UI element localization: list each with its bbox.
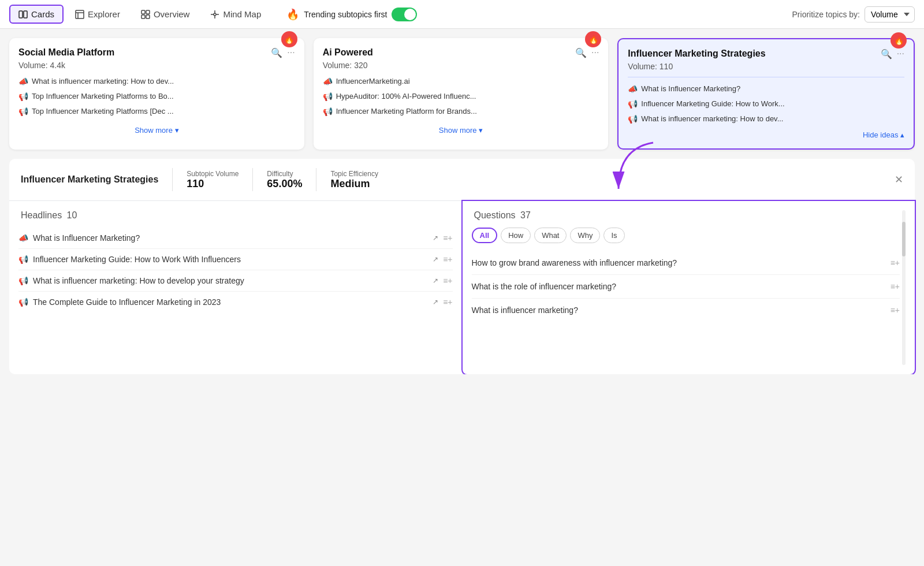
card1-title: Social Media Platform [18, 47, 266, 58]
filter-how[interactable]: How [501, 228, 531, 243]
overview-icon [141, 10, 150, 19]
headline-item-3: 📢 The Complete Guide to Influencer Marke… [18, 292, 453, 312]
svg-rect-0 [19, 11, 23, 18]
question-action-2[interactable]: ≡+ [891, 306, 900, 315]
detail-stat-volume: Subtopic Volume 110 [187, 170, 239, 190]
tab-overview[interactable]: Overview [132, 5, 199, 24]
detail-separator [172, 168, 173, 191]
detail-stat-efficiency: Topic Efficiency Medium [330, 170, 378, 190]
card1-item-2: 📢 Top Influencer Marketing Platforms [De… [18, 107, 295, 116]
detail-stat-difficulty: Difficulty 65.00% [267, 170, 302, 190]
card2-item-0: 📣 InfluencerMarketing.ai [323, 77, 599, 86]
filter-is[interactable]: Is [603, 228, 624, 243]
filter-what[interactable]: What [534, 228, 567, 243]
toggle-knob [404, 9, 416, 20]
ext-link-2[interactable]: ↗ [433, 277, 438, 285]
headline-item-0: 📣 What is Influencer Marketing? ↗ ≡+ [18, 228, 453, 249]
svg-rect-5 [141, 10, 145, 14]
megaphone-icon-h2: 📢 [18, 276, 28, 285]
trending-toggle[interactable] [392, 8, 417, 21]
fire-badge-2: 🔥 [585, 31, 601, 47]
prioritize-label: Prioritize topics by: [792, 10, 860, 19]
headline-action-2[interactable]: ≡+ [443, 276, 452, 285]
questions-panel: Questions 37 All How What Why Is How to … [461, 200, 916, 374]
ext-link-1[interactable]: ↗ [433, 255, 438, 263]
scrollbar-thumb [902, 222, 906, 256]
prioritize-section: Prioritize topics by: Volume [792, 6, 915, 23]
detail-panel: Influencer Marketing Strategies Subtopic… [9, 159, 915, 201]
tab-mindmap[interactable]: Mind Map [201, 5, 270, 24]
card3-items: 📣 What is Influencer Marketing? 📢 Influe… [628, 84, 904, 124]
scrollbar-track[interactable] [902, 210, 906, 365]
card1-header: Social Media Platform 🔍 ··· [18, 47, 295, 58]
headlines-panel: Headlines 10 📣 What is Influencer Market… [9, 201, 463, 374]
ext-link-0[interactable]: ↗ [433, 234, 438, 242]
svg-rect-8 [146, 15, 150, 18]
card1-actions[interactable]: 🔍 ··· [271, 47, 295, 58]
svg-rect-2 [76, 10, 84, 18]
megaphone-blue-icon-5: 📢 [323, 107, 333, 116]
questions-title: Questions 37 [472, 210, 900, 221]
card2-item-1: 📢 HypeAuditor: 100% AI-Powered Influenc.… [323, 92, 599, 101]
card3-header: Influencer Marketing Strategies 🔍 ··· [628, 49, 904, 59]
trending-label: Trending subtopics first [304, 10, 387, 19]
megaphone-green-icon-3: 📣 [323, 77, 333, 86]
question-item-1: What is the role of influencer marketing… [472, 275, 900, 299]
search-icon[interactable]: 🔍 [271, 47, 282, 58]
prioritize-select[interactable]: Volume [865, 6, 915, 23]
tab-cards[interactable]: Cards [9, 5, 64, 24]
headline-action-1[interactable]: ≡+ [443, 255, 452, 264]
card3-footer: Hide ideas ▴ [628, 131, 904, 139]
fire-badge-1: 🔥 [281, 31, 297, 47]
megaphone-blue-icon-2: 📢 [18, 107, 28, 116]
headline-action-3[interactable]: ≡+ [443, 297, 452, 307]
detail-close-btn[interactable]: ✕ [895, 173, 903, 186]
card2-footer: Show more ▾ [323, 125, 599, 135]
filter-tabs: All How What Why Is [472, 228, 900, 243]
filter-all[interactable]: All [472, 228, 498, 243]
more-icon-2[interactable]: ··· [591, 47, 599, 58]
card3-actions[interactable]: 🔍 ··· [881, 49, 904, 59]
trending-section: 🔥 Trending subtopics first [286, 8, 417, 21]
ext-link-3[interactable]: ↗ [433, 298, 438, 306]
card3-item-2: 📢 What is influencer marketing: How to d… [628, 114, 904, 124]
filter-why[interactable]: Why [570, 228, 600, 243]
card1-footer: Show more ▾ [18, 125, 295, 135]
trending-fire-icon: 🔥 [286, 8, 299, 21]
card1-item-0: 📣 What is influencer marketing: How to d… [18, 77, 295, 86]
show-more-btn-1[interactable]: Show more ▾ [135, 126, 178, 135]
show-more-btn-2[interactable]: Show more ▾ [439, 126, 483, 135]
card-ai-powered: 🔥 Ai Powered 🔍 ··· Volume: 320 📣 Influen… [314, 38, 609, 150]
search-icon-3[interactable]: 🔍 [881, 49, 892, 59]
more-icon-3[interactable]: ··· [897, 49, 904, 59]
headline-item-1: 📢 Influencer Marketing Guide: How to Wor… [18, 249, 453, 270]
megaphone-green-icon: 📣 [18, 77, 28, 86]
cards-icon [18, 10, 28, 19]
megaphone-blue-icon-8: 📢 [628, 114, 638, 124]
question-action-0[interactable]: ≡+ [891, 258, 900, 267]
fire-badge-3: 🔥 [891, 32, 907, 49]
question-action-1[interactable]: ≡+ [891, 282, 900, 291]
megaphone-icon-h0: 📣 [18, 233, 28, 243]
tab-explorer[interactable]: Explorer [66, 5, 129, 24]
svg-rect-6 [146, 10, 150, 14]
svg-rect-7 [141, 15, 145, 18]
top-nav: Cards Explorer Overview Mind Map 🔥 Trend… [0, 0, 924, 29]
card3-item-1: 📢 Influencer Marketing Guide: How to Wor… [628, 99, 904, 109]
cards-area: 🔥 Social Media Platform 🔍 ··· Volume: 4.… [0, 29, 924, 159]
card1-item-1: 📢 Top Influencer Marketing Platforms to … [18, 92, 295, 101]
headline-action-0[interactable]: ≡+ [443, 233, 452, 243]
card2-actions[interactable]: 🔍 ··· [575, 47, 599, 58]
card2-title: Ai Powered [323, 47, 571, 58]
megaphone-icon-h3: 📢 [18, 297, 28, 307]
question-item-0: How to grow brand awareness with influen… [472, 251, 900, 275]
card2-items: 📣 InfluencerMarketing.ai 📢 HypeAuditor: … [323, 77, 599, 116]
hide-ideas-btn[interactable]: Hide ideas ▴ [628, 131, 904, 139]
card3-item-0: 📣 What is Influencer Marketing? [628, 84, 904, 94]
detail-separator-2 [252, 168, 253, 191]
headlines-title: Headlines 10 [18, 210, 453, 221]
card2-header: Ai Powered 🔍 ··· [323, 47, 599, 58]
search-icon-2[interactable]: 🔍 [575, 47, 587, 58]
more-icon[interactable]: ··· [287, 47, 295, 58]
question-item-2: What is influencer marketing? ≡+ [472, 299, 900, 322]
